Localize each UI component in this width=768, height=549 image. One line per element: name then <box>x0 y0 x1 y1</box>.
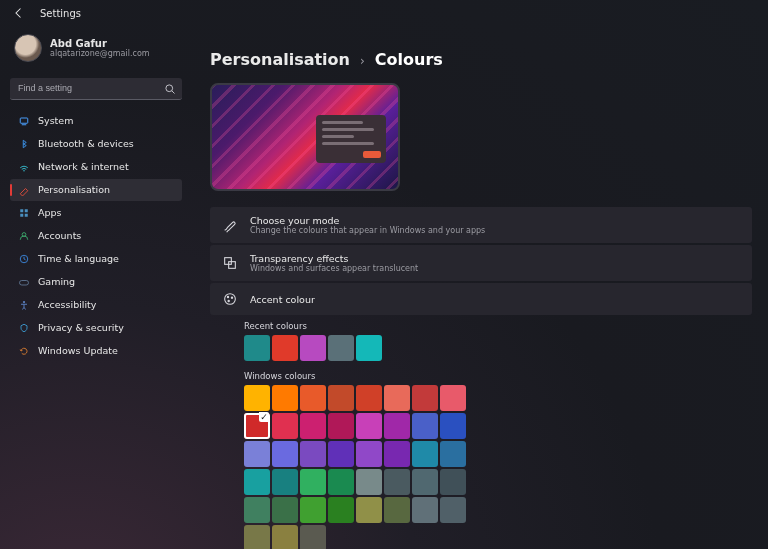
windows-swatch[interactable] <box>440 413 466 439</box>
windows-swatch[interactable] <box>300 525 326 549</box>
windows-swatch[interactable] <box>356 469 382 495</box>
windows-swatch[interactable] <box>272 469 298 495</box>
windows-swatch[interactable] <box>328 413 354 439</box>
privacy-icon <box>18 322 30 334</box>
avatar <box>14 34 42 62</box>
choose-mode-title: Choose your mode <box>250 215 485 226</box>
windows-swatch[interactable] <box>244 525 270 549</box>
recent-swatch[interactable] <box>328 335 354 361</box>
gaming-icon <box>18 276 30 288</box>
windows-swatch[interactable] <box>272 441 298 467</box>
svg-point-12 <box>23 300 25 302</box>
bluetooth-icon <box>18 138 30 150</box>
windows-swatch[interactable] <box>384 469 410 495</box>
arrow-left-icon <box>13 7 25 19</box>
svg-rect-6 <box>25 209 28 212</box>
windows-swatch[interactable] <box>328 441 354 467</box>
content-area: Personalisation › Colours Choose your mo… <box>192 26 768 549</box>
sidebar-item-accounts[interactable]: Accounts <box>10 225 182 247</box>
windows-swatch[interactable] <box>356 413 382 439</box>
sidebar-item-apps[interactable]: Apps <box>10 202 182 224</box>
windows-swatch[interactable] <box>328 469 354 495</box>
windows-swatch[interactable] <box>412 441 438 467</box>
sidebar-item-privacy[interactable]: Privacy & security <box>10 317 182 339</box>
breadcrumb-current: Colours <box>375 50 443 69</box>
svg-rect-8 <box>25 213 28 216</box>
windows-swatch[interactable] <box>328 497 354 523</box>
windows-swatch[interactable] <box>244 385 270 411</box>
choose-mode-row[interactable]: Choose your mode Change the colours that… <box>210 207 752 243</box>
windows-swatch[interactable] <box>272 385 298 411</box>
accessibility-icon <box>18 299 30 311</box>
windows-swatch[interactable] <box>384 497 410 523</box>
app-title: Settings <box>40 8 81 19</box>
sidebar-item-label: Accounts <box>38 230 81 241</box>
sidebar-item-gaming[interactable]: Gaming <box>10 271 182 293</box>
windows-swatch[interactable] <box>244 469 270 495</box>
windows-swatch[interactable] <box>412 497 438 523</box>
windows-swatch[interactable] <box>356 441 382 467</box>
windows-swatch[interactable] <box>412 413 438 439</box>
sidebar-item-bluetooth[interactable]: Bluetooth & devices <box>10 133 182 155</box>
windows-swatch[interactable] <box>272 413 298 439</box>
sidebar-item-label: System <box>38 115 73 126</box>
sidebar-item-label: Accessibility <box>38 299 96 310</box>
sidebar-item-network[interactable]: Network & internet <box>10 156 182 178</box>
windows-swatch[interactable] <box>412 385 438 411</box>
windows-swatch[interactable] <box>244 441 270 467</box>
accent-row[interactable]: Accent colour <box>210 283 752 315</box>
recent-swatch[interactable] <box>272 335 298 361</box>
windows-swatch[interactable] <box>440 497 466 523</box>
recent-colours-label: Recent colours <box>244 321 752 331</box>
windows-swatch[interactable] <box>272 525 298 549</box>
svg-rect-11 <box>20 280 29 285</box>
search-box[interactable] <box>10 76 182 100</box>
windows-swatch[interactable] <box>440 441 466 467</box>
svg-point-17 <box>231 297 232 298</box>
recent-swatch[interactable] <box>300 335 326 361</box>
time-icon <box>18 253 30 265</box>
sidebar-item-personalisation[interactable]: Personalisation <box>10 179 182 201</box>
windows-swatch[interactable] <box>244 413 270 439</box>
windows-swatch[interactable] <box>244 497 270 523</box>
search-icon <box>164 80 176 99</box>
sidebar-item-accessibility[interactable]: Accessibility <box>10 294 182 316</box>
svg-rect-7 <box>20 213 23 216</box>
apps-icon <box>18 207 30 219</box>
windows-swatch[interactable] <box>384 385 410 411</box>
back-button[interactable] <box>12 6 26 20</box>
user-card[interactable]: Abd Gafur alqatarizone@gmail.com <box>10 30 182 74</box>
breadcrumb-parent[interactable]: Personalisation <box>210 50 350 69</box>
windows-swatch[interactable] <box>300 413 326 439</box>
windows-swatch[interactable] <box>356 385 382 411</box>
sidebar-item-time[interactable]: Time & language <box>10 248 182 270</box>
network-icon <box>18 161 30 173</box>
transparency-sub: Windows and surfaces appear translucent <box>250 264 418 273</box>
accounts-icon <box>18 230 30 242</box>
transparency-row[interactable]: Transparency effects Windows and surface… <box>210 245 752 281</box>
windows-swatch[interactable] <box>300 385 326 411</box>
windows-swatch[interactable] <box>412 469 438 495</box>
windows-swatch[interactable] <box>356 497 382 523</box>
windows-swatch[interactable] <box>300 497 326 523</box>
windows-colours-label: Windows colours <box>244 371 752 381</box>
sidebar-item-update[interactable]: Windows Update <box>10 340 182 362</box>
windows-swatch[interactable] <box>440 469 466 495</box>
windows-colours <box>244 385 752 549</box>
windows-swatch[interactable] <box>328 385 354 411</box>
windows-swatch[interactable] <box>300 441 326 467</box>
sidebar: Abd Gafur alqatarizone@gmail.com SystemB… <box>0 26 192 549</box>
windows-swatch[interactable] <box>272 497 298 523</box>
windows-swatch[interactable] <box>300 469 326 495</box>
search-input[interactable] <box>10 78 182 100</box>
sidebar-item-label: Bluetooth & devices <box>38 138 134 149</box>
windows-swatch[interactable] <box>440 385 466 411</box>
windows-swatch[interactable] <box>384 441 410 467</box>
svg-point-4 <box>23 170 25 172</box>
nav-list: SystemBluetooth & devicesNetwork & inter… <box>10 110 182 362</box>
recent-swatch[interactable] <box>356 335 382 361</box>
sidebar-item-label: Privacy & security <box>38 322 124 333</box>
sidebar-item-system[interactable]: System <box>10 110 182 132</box>
windows-swatch[interactable] <box>384 413 410 439</box>
recent-swatch[interactable] <box>244 335 270 361</box>
